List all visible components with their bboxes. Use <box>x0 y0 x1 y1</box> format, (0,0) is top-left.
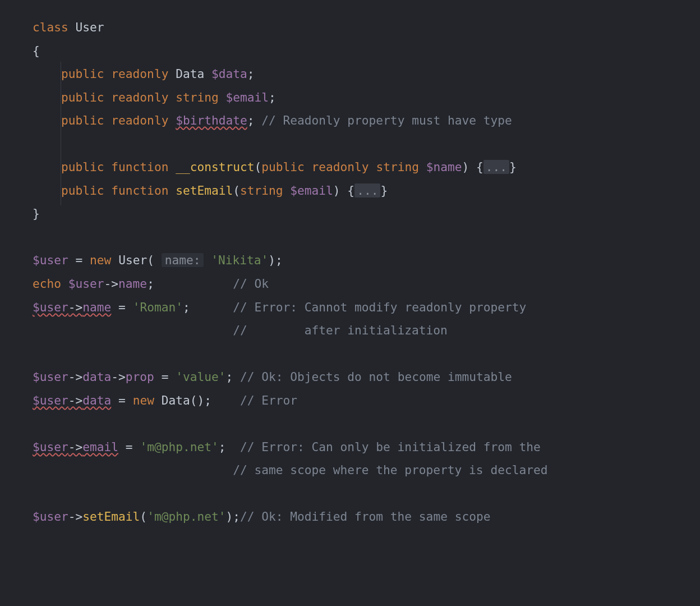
fn-setemail: setEmail <box>176 183 233 198</box>
keyword-public: public <box>261 160 305 174</box>
keyword-echo: echo <box>33 277 61 291</box>
var-user: $user <box>33 253 68 267</box>
var-name: $name <box>426 160 462 174</box>
string-mphp: 'm@php.net' <box>147 509 225 524</box>
keyword-public: public <box>61 160 104 174</box>
code-fold[interactable]: ... <box>483 160 509 174</box>
keyword-public: public <box>61 113 104 127</box>
keyword-function: function <box>111 183 168 198</box>
var-birthdate-error: $birthdate <box>176 113 247 127</box>
code-block[interactable]: class User { public readonly Data $data;… <box>0 0 700 529</box>
var-user: $user <box>33 370 68 384</box>
string-roman: 'Roman' <box>133 300 183 314</box>
var-data: $data <box>211 67 247 81</box>
keyword-new: new <box>90 253 111 267</box>
string-value: 'value' <box>176 370 225 384</box>
keyword-class: class <box>33 20 68 34</box>
prop-prop: prop <box>126 370 154 384</box>
class-ref-data: Data <box>162 393 190 407</box>
var-email: $email <box>290 183 333 198</box>
comment-err-scope2: // same scope where the property is decl… <box>233 463 547 477</box>
comment-ok-modified: // Ok: Modified from the same scope <box>240 509 490 524</box>
brace-open: { <box>33 44 40 58</box>
var-user: $user <box>68 277 104 291</box>
param-hint-name: name: <box>162 253 204 267</box>
indent-guide <box>61 62 61 205</box>
keyword-public: public <box>61 90 104 104</box>
comment-error: // Error <box>240 393 297 407</box>
prop-email-error: email <box>82 440 118 454</box>
comment-ok-objects: // Ok: Objects do not become immutable <box>240 370 512 384</box>
class-name: User <box>76 20 104 34</box>
prop-name: name <box>118 277 147 291</box>
comment-err-modify1: // Error: Cannot modify readonly propert… <box>233 300 526 314</box>
var-user-error: $user <box>33 440 68 454</box>
method-setemail: setEmail <box>82 509 140 524</box>
keyword-readonly: readonly <box>111 113 168 127</box>
keyword-public: public <box>61 183 104 198</box>
comment-err-scope1: // Error: Can only be initialized from t… <box>240 440 541 454</box>
keyword-function: function <box>111 160 168 174</box>
comment-readonly-type: // Readonly property must have type <box>261 113 512 127</box>
brace-close: } <box>33 206 40 221</box>
prop-name-error: name <box>82 300 111 314</box>
type-data: Data <box>176 67 204 81</box>
comment-err-modify2: // after initialization <box>233 323 448 337</box>
code-fold[interactable]: ... <box>354 183 380 198</box>
keyword-new: new <box>133 393 154 407</box>
var-user-error: $user <box>33 300 68 314</box>
type-string: string <box>376 160 419 174</box>
keyword-public: public <box>61 67 104 81</box>
var-user: $user <box>33 509 68 524</box>
keyword-readonly: readonly <box>111 90 168 104</box>
class-ref-user: User <box>118 253 147 267</box>
string-nikita: 'Nikita' <box>211 253 268 267</box>
comment-ok: // Ok <box>233 277 269 291</box>
prop-data-error: data <box>82 393 111 407</box>
var-user-error: $user <box>33 393 68 407</box>
editor-viewport: class User { public readonly Data $data;… <box>0 0 700 529</box>
fn-construct: __construct <box>176 160 254 174</box>
var-email: $email <box>225 90 269 104</box>
keyword-readonly: readonly <box>111 67 168 81</box>
prop-data: data <box>82 370 111 384</box>
type-string: string <box>240 183 283 198</box>
type-string: string <box>176 90 219 104</box>
keyword-readonly: readonly <box>312 160 369 174</box>
string-mphp: 'm@php.net' <box>140 440 218 454</box>
